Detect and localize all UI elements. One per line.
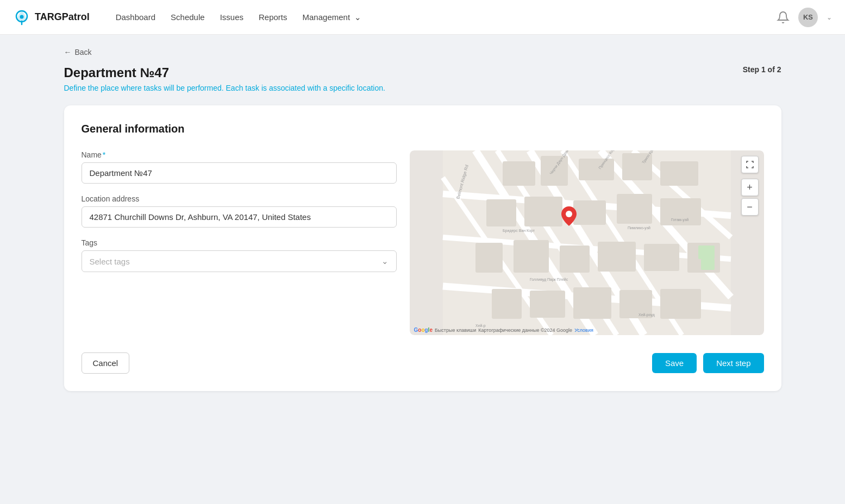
location-input[interactable] xyxy=(82,206,397,228)
notification-bell-icon[interactable] xyxy=(777,11,790,24)
map-controls: + − xyxy=(741,156,759,216)
navbar: TARGPatrol Dashboard Schedule Issues Rep… xyxy=(0,0,845,35)
page-title: Department №47 xyxy=(64,65,385,80)
nav-dashboard[interactable]: Dashboard xyxy=(116,10,155,24)
map-shortcuts: Быстрые клавиши xyxy=(435,327,476,333)
location-field-group: Location address xyxy=(82,194,397,228)
svg-rect-22 xyxy=(617,194,652,224)
page-content: ← Back Department №47 Define the place w… xyxy=(42,35,803,404)
user-initials: KS xyxy=(803,13,813,21)
fullscreen-button[interactable] xyxy=(741,156,759,173)
nav-schedule[interactable]: Schedule xyxy=(171,10,205,24)
user-avatar[interactable]: KS xyxy=(798,8,818,27)
svg-point-47 xyxy=(566,211,572,217)
svg-rect-31 xyxy=(530,291,565,318)
svg-rect-24 xyxy=(475,243,503,273)
nav-management[interactable]: Management ⌄ xyxy=(303,10,362,24)
zoom-in-button[interactable]: + xyxy=(741,179,759,196)
svg-rect-14 xyxy=(503,161,535,186)
brand: TARGPatrol xyxy=(13,9,90,26)
required-star: * xyxy=(103,150,105,159)
svg-text:Хей-роуд: Хей-роуд xyxy=(639,313,655,317)
main-card: General information Name* Location addre… xyxy=(64,105,781,391)
brand-name: TARGPatrol xyxy=(35,11,90,23)
map-footer: Google Быстрые клавиши Картографические … xyxy=(414,327,593,333)
back-link[interactable]: ← Back xyxy=(64,48,781,56)
svg-text:Пимлико-уэй: Пимлико-уэй xyxy=(628,226,650,230)
svg-rect-35 xyxy=(698,245,715,259)
user-menu-chevron-icon[interactable]: ⌄ xyxy=(827,14,832,21)
name-field-group: Name* xyxy=(82,150,397,184)
name-input[interactable] xyxy=(82,162,397,184)
tags-label: Tags xyxy=(82,238,397,247)
svg-point-1 xyxy=(20,15,24,18)
back-arrow-icon: ← xyxy=(64,48,72,56)
page-header-left: Department №47 Define the place where ta… xyxy=(64,65,385,92)
location-label: Location address xyxy=(82,194,397,203)
zoom-out-button[interactable]: − xyxy=(741,198,759,216)
form-section: Name* Location address Tags Select tags … xyxy=(82,150,397,335)
svg-rect-21 xyxy=(573,200,606,225)
card-actions: Cancel Save Next step xyxy=(82,352,764,374)
svg-rect-19 xyxy=(486,199,516,226)
svg-rect-18 xyxy=(660,161,698,186)
save-button[interactable]: Save xyxy=(652,353,697,373)
map-container: Belmont Ridge Rd Черчи Даун Драйв Принце… xyxy=(410,150,764,335)
management-chevron-icon: ⌄ xyxy=(354,12,361,22)
svg-rect-28 xyxy=(644,244,679,271)
map-pin xyxy=(561,206,577,228)
svg-rect-36 xyxy=(701,259,715,270)
map-svg: Belmont Ridge Rd Черчи Даун Драйв Принце… xyxy=(410,150,764,335)
tags-placeholder: Select tags xyxy=(90,257,130,266)
nav-links: Dashboard Schedule Issues Reports Manage… xyxy=(116,10,759,24)
nav-issues[interactable]: Issues xyxy=(220,10,243,24)
google-logo: Google xyxy=(414,327,433,333)
svg-rect-27 xyxy=(598,242,636,272)
nav-reports[interactable]: Reports xyxy=(259,10,287,24)
tags-chevron-icon: ⌄ xyxy=(381,256,389,266)
page-subtitle: Define the place where tasks will be per… xyxy=(64,84,385,92)
card-body: Name* Location address Tags Select tags … xyxy=(82,150,764,335)
map-section: Belmont Ridge Rd Черчи Даун Драйв Принце… xyxy=(410,150,764,335)
brand-logo xyxy=(13,9,30,26)
svg-text:Бридерс Ван Корт: Бридерс Ван Корт xyxy=(503,229,535,233)
nav-management-label: Management xyxy=(303,12,350,22)
tags-select[interactable]: Select tags ⌄ xyxy=(82,250,397,272)
svg-text:Голливуд Парк Плейс: Голливуд Парк Плейс xyxy=(530,278,568,282)
navbar-right: KS ⌄ xyxy=(777,8,832,27)
back-label: Back xyxy=(75,48,92,56)
name-label: Name* xyxy=(82,150,397,159)
svg-rect-26 xyxy=(560,245,590,273)
svg-rect-16 xyxy=(579,159,614,180)
cancel-button[interactable]: Cancel xyxy=(82,352,130,374)
svg-rect-25 xyxy=(514,240,549,273)
step-indicator: Step 1 of 2 xyxy=(743,65,781,74)
btn-right-group: Save Next step xyxy=(652,353,764,373)
svg-rect-34 xyxy=(660,289,701,319)
tags-field-group: Tags Select tags ⌄ xyxy=(82,238,397,272)
svg-rect-32 xyxy=(573,287,611,319)
map-terms: Условия xyxy=(574,327,593,333)
svg-text:Готам-уэй: Готам-уэй xyxy=(671,218,688,222)
card-title: General information xyxy=(82,123,764,135)
svg-rect-30 xyxy=(492,289,522,319)
next-step-button[interactable]: Next step xyxy=(703,353,763,373)
map-attribution: Картографические данные ©2024 Google xyxy=(478,327,572,333)
svg-rect-20 xyxy=(524,197,562,226)
page-header: Department №47 Define the place where ta… xyxy=(64,65,781,92)
